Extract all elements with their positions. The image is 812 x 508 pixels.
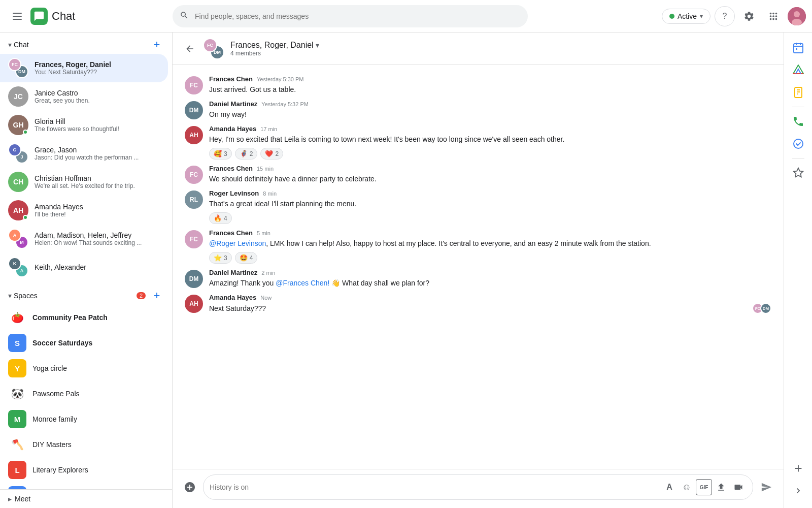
- space-item-literary-explorers[interactable]: L Literary Explorers: [0, 457, 172, 483]
- space-item-monroe-family[interactable]: M Monroe family: [0, 406, 172, 432]
- chevron-down-icon: ▾: [700, 13, 703, 20]
- star-rail-icon[interactable]: [788, 163, 808, 183]
- reaction[interactable]: ❤️ 2: [260, 148, 283, 160]
- search-input[interactable]: [173, 5, 528, 27]
- add-content-btn[interactable]: [181, 478, 199, 496]
- chat-name: Janice Castro: [35, 89, 160, 97]
- search-container: [173, 5, 528, 27]
- msg-text: On my way!: [209, 109, 771, 120]
- chat-name: Christian Hoffman: [35, 174, 160, 182]
- msg-time: Now: [260, 295, 272, 301]
- help-btn[interactable]: ?: [715, 6, 735, 26]
- avatar: FC DM: [8, 58, 28, 78]
- meet-section[interactable]: ▸ Meet: [0, 489, 172, 508]
- msg-avatar: RL: [185, 190, 203, 209]
- rail-divider-2: [792, 158, 804, 158]
- msg-header: Frances Chen Yesterday 5:30 PM: [209, 75, 771, 83]
- reaction[interactable]: ⭐ 3: [209, 252, 232, 264]
- reaction[interactable]: 🔥 4: [209, 212, 232, 224]
- chat-section-header[interactable]: ▾ Chat +: [0, 33, 172, 54]
- search-icon: [180, 11, 189, 22]
- space-item-yoga-circle[interactable]: Y Yoga circle: [0, 356, 172, 381]
- spaces-badge: 2: [137, 292, 146, 299]
- msg-avatar: DM: [185, 101, 203, 119]
- chat-item-frances-roger-daniel[interactable]: FC DM Frances, Roger, Daniel You: Next S…: [0, 54, 168, 82]
- msg-time: 2 min: [261, 270, 275, 276]
- msg-time: Yesterday 5:32 PM: [261, 101, 309, 107]
- reaction[interactable]: 🤩 4: [235, 252, 258, 264]
- space-item-pawsome-pals[interactable]: 🐼 Pawsome Pals: [0, 381, 172, 406]
- space-item-diy-masters[interactable]: 🪓 DIY Masters: [0, 432, 172, 457]
- space-icon: Y: [8, 359, 26, 377]
- chat-preview: You: Next Saturday???: [35, 69, 160, 76]
- space-item-soccer-saturdays[interactable]: S Soccer Saturdays: [0, 330, 172, 356]
- space-item-gaming-guild[interactable]: G Gaming Guild: [0, 483, 172, 489]
- message-group: FC Frances Chen 15 min We should definit…: [185, 165, 771, 184]
- chat-info: Janice Castro Great, see you then.: [35, 89, 160, 104]
- message-group-last: AH Amanda Hayes Now Next Saturday??? FC …: [185, 294, 771, 314]
- expand-right-btn[interactable]: [788, 481, 808, 501]
- add-rail-btn[interactable]: [788, 458, 808, 479]
- msg-sender: Daniel Martinez: [209, 269, 257, 276]
- chat-item-christian-hoffman[interactable]: CH Christian Hoffman We're all set. He's…: [0, 168, 168, 196]
- gif-btn[interactable]: GIF: [696, 479, 712, 495]
- drive-rail-icon[interactable]: [788, 60, 808, 80]
- sidebar-header: Chat: [0, 7, 173, 25]
- msg-time: 17 min: [260, 126, 277, 132]
- keep-rail-icon[interactable]: [788, 82, 808, 103]
- spaces-chevron-icon: ▾: [8, 292, 12, 300]
- user-avatar[interactable]: [788, 7, 806, 25]
- msg-header: Amanda Hayes 17 min: [209, 125, 771, 133]
- msg-content: Roger Levinson 8 min That's a great idea…: [209, 189, 771, 224]
- video-call-btn[interactable]: [730, 479, 747, 495]
- message-input[interactable]: [210, 483, 657, 491]
- calendar-rail-icon[interactable]: [788, 38, 808, 58]
- tasks-rail-icon[interactable]: [788, 134, 808, 154]
- send-btn[interactable]: [757, 478, 775, 496]
- settings-btn[interactable]: [739, 6, 759, 26]
- message-group: AH Amanda Hayes 17 min Hey, I'm so excit…: [185, 125, 771, 160]
- status-label: Active: [678, 12, 697, 20]
- chat-item-amanda-hayes[interactable]: AH Amanda Hayes I'll be there!: [0, 196, 168, 225]
- new-space-btn[interactable]: +: [150, 289, 164, 303]
- topbar-right: Active ▾ ?: [662, 6, 812, 26]
- msg-sender: Amanda Hayes: [209, 125, 256, 133]
- dropdown-icon: ▾: [316, 41, 319, 49]
- chat-item-grace-jason[interactable]: G J Grace, Jason Jason: Did you watch th…: [0, 139, 168, 168]
- hamburger-btn[interactable]: [8, 7, 26, 25]
- chat-preview: I'll be there!: [35, 211, 160, 218]
- emoji-btn[interactable]: ☺: [679, 479, 695, 495]
- spaces-section-header[interactable]: ▾ Spaces 2 +: [0, 283, 172, 305]
- upload-btn[interactable]: [713, 479, 729, 495]
- chat-name: Frances, Roger, Daniel: [35, 60, 160, 69]
- msg-header: Frances Chen 15 min: [209, 165, 771, 172]
- chat-item-janice-castro[interactable]: JC Janice Castro Great, see you then.: [0, 82, 168, 111]
- msg-content: Frances Chen Yesterday 5:30 PM Just arri…: [209, 75, 771, 95]
- space-icon: 🪓: [8, 435, 26, 454]
- new-chat-btn[interactable]: +: [150, 38, 164, 52]
- message-group: FC Frances Chen 5 min @Roger Levinson, L…: [185, 229, 771, 264]
- space-name: DIY Masters: [32, 440, 72, 449]
- avatar: CH: [8, 172, 28, 192]
- space-item-community-pea-patch[interactable]: 🍅 Community Pea Patch: [0, 305, 172, 330]
- chat-item-adam-group[interactable]: A M Adam, Madison, Helen, Jeffrey Helen:…: [0, 225, 168, 253]
- svg-point-12: [794, 139, 803, 148]
- reaction[interactable]: 🦸 2: [235, 148, 258, 160]
- chat-name: Adam, Madison, Helen, Jeffrey: [35, 231, 160, 239]
- reaction[interactable]: 🥰 3: [209, 148, 232, 160]
- msg-text: Amazing! Thank you @Frances Chen! 👋 What…: [209, 278, 771, 289]
- chat-item-keith-alexander[interactable]: K A Keith, Alexander: [0, 253, 168, 281]
- msg-header: Frances Chen 5 min: [209, 229, 771, 237]
- format-text-btn[interactable]: A: [661, 479, 678, 495]
- chat-item-gloria-hill[interactable]: GH Gloria Hill The flowers were so thoug…: [0, 111, 168, 139]
- phone-rail-icon[interactable]: [788, 111, 808, 132]
- svg-rect-3: [794, 44, 803, 53]
- apps-btn[interactable]: [763, 6, 784, 26]
- msg-text: That's a great idea! I'll start planning…: [209, 199, 771, 209]
- chat-header-name[interactable]: Frances, Roger, Daniel ▾: [230, 41, 775, 50]
- back-button[interactable]: [181, 40, 199, 58]
- chat-name: Amanda Hayes: [35, 203, 160, 211]
- msg-header: Roger Levinson 8 min: [209, 189, 771, 197]
- status-badge[interactable]: Active ▾: [662, 9, 710, 24]
- sidebar-content: ▾ Chat + FC DM Frances, Roger, Daniel Yo…: [0, 33, 172, 489]
